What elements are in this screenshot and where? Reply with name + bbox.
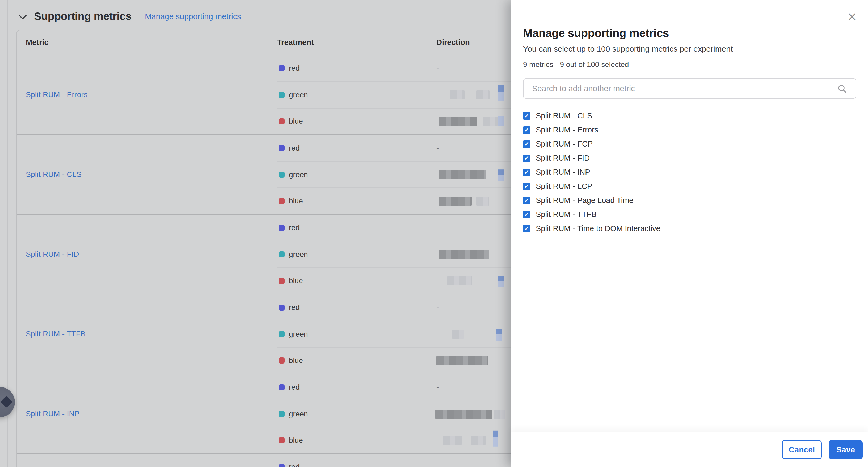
- metric-group: Split RUM - Errorsred-greenblue: [17, 55, 537, 135]
- metric-checklist-label: Split RUM - Page Load Time: [536, 196, 633, 205]
- treatment-label: blue: [289, 436, 303, 445]
- checkbox-checked-icon[interactable]: ✓: [523, 225, 530, 232]
- treatment-label: red: [289, 64, 300, 72]
- edge-handle-button[interactable]: [0, 387, 15, 417]
- panel-footer: Cancel Save: [511, 432, 868, 467]
- metric-group: Split RUM - TTFBred-greenblue: [17, 294, 537, 374]
- treatment-swatch: [279, 437, 285, 443]
- metric-checklist-label: Split RUM - FID: [536, 154, 590, 163]
- redacted-value: [435, 410, 492, 418]
- treatment-swatch: [279, 225, 285, 231]
- mini-bar-chart: [498, 116, 504, 126]
- checkbox-checked-icon[interactable]: ✓: [523, 140, 530, 148]
- column-header-treatment: Treatment: [277, 38, 436, 47]
- checkbox-checked-icon[interactable]: ✓: [523, 211, 530, 218]
- table-header-row: Metric Treatment Direction: [17, 30, 537, 55]
- treatment-row: red-: [277, 135, 537, 161]
- metric-group: red-: [17, 454, 537, 467]
- supporting-metrics-header: Supporting metrics Manage supporting met…: [19, 10, 241, 23]
- treatment-row: blue: [277, 267, 537, 294]
- direction-dash: -: [436, 463, 439, 467]
- metric-checklist-label: Split RUM - Errors: [536, 125, 598, 134]
- treatment-swatch: [279, 357, 285, 363]
- redacted-value: [471, 436, 486, 445]
- redacted-value: [483, 117, 498, 126]
- redacted-value: [438, 250, 489, 259]
- panel-title: Manage supporting metrics: [523, 27, 856, 40]
- mini-bar-chart: [498, 85, 504, 101]
- metric-checklist-label: Split RUM - LCP: [536, 182, 592, 191]
- redacted-value: [450, 90, 465, 99]
- treatment-row: green: [277, 401, 537, 427]
- treatment-row: green: [277, 161, 537, 187]
- treatment-row: green: [277, 321, 537, 347]
- direction-dash: -: [436, 224, 439, 232]
- section-title: Supporting metrics: [34, 10, 131, 23]
- treatment-label: green: [289, 250, 308, 259]
- treatment-label: red: [289, 303, 300, 312]
- chevron-right-icon: [0, 396, 12, 408]
- treatment-row: green: [277, 241, 537, 267]
- metric-checklist-label: Split RUM - TTFB: [536, 210, 596, 219]
- treatment-label: red: [289, 224, 300, 232]
- redacted-value: [452, 330, 464, 339]
- checkbox-checked-icon[interactable]: ✓: [523, 126, 530, 134]
- redacted-value: [438, 117, 477, 126]
- checkbox-checked-icon[interactable]: ✓: [523, 183, 530, 190]
- treatment-swatch: [279, 65, 285, 71]
- checkbox-checked-icon[interactable]: ✓: [523, 154, 530, 162]
- treatment-swatch: [279, 92, 285, 98]
- metric-link[interactable]: Split RUM - TTFB: [26, 330, 86, 338]
- search-input[interactable]: [523, 79, 856, 99]
- metric-group: Split RUM - INPred-greenblue: [17, 374, 537, 454]
- metric-link[interactable]: Split RUM - FID: [26, 250, 79, 259]
- metric-link[interactable]: Split RUM - CLS: [26, 170, 82, 179]
- metric-checklist-item: ✓Split RUM - FID: [523, 151, 856, 165]
- metric-link[interactable]: Split RUM - INP: [26, 410, 80, 418]
- cancel-button[interactable]: Cancel: [782, 440, 822, 459]
- panel-subtitle: You can select up to 100 supporting metr…: [523, 45, 856, 54]
- treatment-row: red-: [277, 55, 537, 81]
- selection-count: 9 metrics · 9 out of 100 selected: [523, 60, 856, 69]
- metric-checklist-item: ✓Split RUM - TTFB: [523, 207, 856, 222]
- treatment-swatch: [279, 145, 285, 151]
- treatment-label: red: [289, 383, 300, 391]
- mini-bar-chart: [496, 329, 502, 341]
- metric-checklist-item: ✓Split RUM - LCP: [523, 179, 856, 193]
- treatment-row: blue: [277, 108, 537, 134]
- checkbox-checked-icon[interactable]: ✓: [523, 112, 530, 120]
- checkbox-checked-icon[interactable]: ✓: [523, 197, 530, 204]
- treatment-row: blue: [277, 427, 537, 453]
- direction-dash: -: [436, 144, 439, 152]
- treatment-label: green: [289, 171, 308, 179]
- treatment-row: red-: [277, 294, 537, 321]
- metric-checklist-item: ✓Split RUM - Page Load Time: [523, 193, 856, 207]
- redacted-value: [476, 197, 489, 206]
- search-icon: [838, 84, 847, 93]
- metric-group: Split RUM - CLSred-greenblue: [17, 135, 537, 215]
- close-icon[interactable]: ×: [846, 11, 858, 22]
- treatment-swatch: [279, 331, 285, 337]
- treatment-row: red-: [277, 374, 537, 401]
- treatment-label: red: [289, 463, 300, 467]
- metric-group: Split RUM - FIDred-greenblue: [17, 215, 537, 294]
- direction-dash: -: [436, 383, 439, 391]
- table-body: Split RUM - Errorsred-greenblueSplit RUM…: [17, 55, 537, 467]
- checkbox-checked-icon[interactable]: ✓: [523, 169, 530, 176]
- metric-checklist-item: ✓Split RUM - Errors: [523, 123, 856, 137]
- redacted-value: [443, 436, 462, 445]
- treatment-swatch: [279, 304, 285, 311]
- mini-bar-chart: [498, 275, 504, 287]
- treatment-label: green: [289, 330, 308, 339]
- metric-search: [523, 79, 856, 99]
- metric-checklist-label: Split RUM - CLS: [536, 111, 592, 120]
- manage-supporting-metrics-link[interactable]: Manage supporting metrics: [145, 12, 241, 21]
- metric-checklist-label: Split RUM - INP: [536, 168, 590, 177]
- metric-link[interactable]: Split RUM - Errors: [26, 90, 88, 99]
- redacted-value: [436, 356, 488, 365]
- direction-dash: -: [436, 303, 439, 312]
- treatment-swatch: [279, 251, 285, 257]
- treatment-label: green: [289, 91, 308, 99]
- chevron-down-icon[interactable]: [19, 11, 27, 20]
- save-button[interactable]: Save: [829, 440, 863, 459]
